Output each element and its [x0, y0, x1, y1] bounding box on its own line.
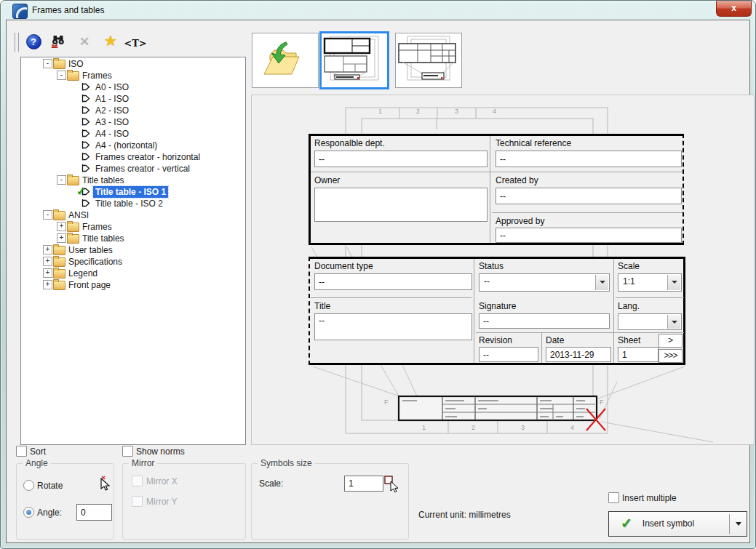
- binoculars-icon: [50, 33, 66, 49]
- delete-button[interactable]: ✕: [76, 33, 93, 50]
- tree-item-a4-iso[interactable]: A4 - ISO: [21, 127, 244, 139]
- find-button[interactable]: [49, 33, 67, 50]
- tree-item-iso[interactable]: - ISO: [21, 57, 244, 69]
- dropdown-arrow-icon[interactable]: [667, 315, 680, 329]
- dropdown-arrow-icon[interactable]: [736, 522, 741, 526]
- frame-symbol-icon: [81, 151, 91, 161]
- tree-item-a4-horizontal[interactable]: A4 - (horizontal): [21, 139, 244, 151]
- tree-item-a2-iso[interactable]: A2 - ISO: [21, 104, 244, 116]
- ruler-number: 4: [570, 424, 574, 431]
- tree-item-label[interactable]: Title tables: [80, 175, 127, 186]
- tree-item-title-tables[interactable]: - Title tables: [21, 174, 244, 185]
- angle-radio[interactable]: [23, 507, 34, 518]
- tree-item-ansi-title-tables[interactable]: + Title tables: [21, 232, 244, 244]
- mirror-y-checkbox[interactable]: [132, 496, 143, 507]
- status-combobox[interactable]: --: [479, 273, 610, 292]
- tree-item-label[interactable]: Frames creator - horizontal: [93, 151, 202, 163]
- tree-item-label[interactable]: A2 - ISO: [93, 105, 131, 116]
- tree-item-label[interactable]: Legend: [66, 268, 100, 279]
- text-style-button[interactable]: <T>: [127, 34, 144, 52]
- collapse-icon[interactable]: -: [57, 175, 66, 185]
- tree-item-frames-creator-vertical[interactable]: Frames creator - vertical: [21, 162, 244, 174]
- document-type-field[interactable]: [314, 273, 472, 290]
- mirror-x-checkbox[interactable]: [132, 476, 143, 486]
- sort-checkbox[interactable]: [16, 446, 27, 457]
- field-label: Status: [479, 261, 504, 271]
- tree-item-label[interactable]: User tables: [66, 244, 115, 256]
- rotate-radio[interactable]: [23, 480, 34, 491]
- collapse-icon[interactable]: -: [43, 210, 52, 220]
- tree-item-ansi[interactable]: - ANSI: [21, 209, 244, 220]
- show-norms-checkbox[interactable]: [122, 446, 133, 457]
- field-label: Approved by: [496, 216, 544, 226]
- expand-icon[interactable]: +: [43, 245, 52, 255]
- tree-item-label[interactable]: A3 - ISO: [93, 116, 131, 128]
- responsible-dept-field[interactable]: [314, 151, 488, 167]
- tree-item-title-table-iso2[interactable]: Title table - ISO 2: [21, 197, 244, 209]
- tree-item-label[interactable]: Title tables: [80, 233, 127, 244]
- tree-item-label[interactable]: ANSI: [66, 209, 91, 221]
- expand-icon[interactable]: +: [57, 233, 66, 243]
- sheet-field[interactable]: [618, 347, 658, 362]
- tree-item-title-table-iso1[interactable]: ✓ Title table - ISO 1: [21, 185, 244, 197]
- toolbar-grip[interactable]: [15, 33, 19, 52]
- tree-item-label[interactable]: Specifications: [66, 256, 124, 268]
- scale-combobox[interactable]: 1:1: [618, 273, 682, 292]
- symbols-scale-input[interactable]: [344, 476, 383, 492]
- tree-item-a1-iso[interactable]: A1 - ISO: [21, 92, 244, 104]
- signature-field[interactable]: [479, 313, 610, 329]
- thumbnail-open-file[interactable]: [252, 33, 319, 88]
- tree-item-label[interactable]: A4 - (horizontal): [93, 140, 159, 151]
- help-button[interactable]: ?: [25, 33, 42, 50]
- tree-item-legend[interactable]: + Legend: [21, 267, 244, 278]
- lang-combobox[interactable]: [618, 313, 682, 330]
- tree-item-label[interactable]: Front page: [66, 279, 113, 291]
- tree-item-label[interactable]: Frames: [80, 221, 114, 233]
- divider: [613, 259, 614, 363]
- owner-field[interactable]: [314, 188, 488, 222]
- angle-value-input[interactable]: [76, 504, 112, 521]
- tree-item-label[interactable]: ISO: [66, 58, 86, 70]
- insert-multiple-checkbox[interactable]: [608, 492, 619, 503]
- last-sheet-button[interactable]: >>>: [658, 349, 683, 363]
- expand-icon[interactable]: +: [57, 222, 66, 231]
- tree-item-label[interactable]: Frames: [80, 70, 114, 81]
- tree-item-frames[interactable]: - Frames: [21, 69, 244, 81]
- tree-item-label[interactable]: A4 - ISO: [93, 128, 131, 140]
- tree-item-label[interactable]: A1 - ISO: [93, 93, 131, 105]
- tree-item-a0-iso[interactable]: A0 - ISO: [21, 81, 244, 92]
- pick-scale-button[interactable]: [384, 476, 400, 493]
- technical-reference-field[interactable]: [496, 151, 682, 167]
- expand-icon[interactable]: +: [43, 268, 52, 278]
- revision-field[interactable]: [479, 347, 538, 362]
- expand-icon[interactable]: +: [43, 257, 52, 266]
- tree-item-frames-creator-horizontal[interactable]: Frames creator - horizontal: [21, 151, 244, 162]
- close-button[interactable]: x: [716, 1, 752, 17]
- expand-icon[interactable]: +: [43, 280, 52, 289]
- next-sheet-button[interactable]: >: [658, 334, 683, 348]
- insert-symbol-button[interactable]: ✓ Insert symbol: [608, 511, 747, 537]
- tree-item-specifications[interactable]: + Specifications: [21, 255, 244, 267]
- tree-item-label[interactable]: Title table - ISO 2: [93, 198, 165, 209]
- approved-by-field[interactable]: [496, 228, 682, 243]
- tree-item-label[interactable]: A0 - ISO: [93, 81, 131, 93]
- tree-item-front-page[interactable]: + Front page: [21, 278, 244, 290]
- favorites-button[interactable]: ★: [102, 32, 119, 49]
- date-field[interactable]: [546, 347, 611, 362]
- dropdown-arrow-icon[interactable]: [595, 275, 608, 290]
- created-by-field[interactable]: [496, 188, 682, 204]
- tree-item-label-selected[interactable]: Title table - ISO 1: [93, 186, 168, 198]
- category-tree[interactable]: - ISO - Frames A0 - ISO A1 - ISO A2 - IS…: [20, 57, 246, 445]
- collapse-icon[interactable]: -: [43, 59, 52, 68]
- titlebar[interactable]: Frames and tables x: [0, 0, 756, 20]
- collapse-icon[interactable]: -: [57, 71, 66, 80]
- thumbnail-title-table-iso1[interactable]: [319, 31, 389, 89]
- symbols-size-group: Symbols size Scale:: [251, 463, 409, 540]
- thumbnail-title-table-iso2[interactable]: [395, 33, 462, 88]
- tree-item-label[interactable]: Frames creator - vertical: [93, 163, 192, 175]
- tree-item-ansi-frames[interactable]: + Frames: [21, 220, 244, 232]
- tree-item-user-tables[interactable]: + User tables: [21, 244, 244, 255]
- title-field[interactable]: --: [314, 313, 472, 340]
- tree-item-a3-iso[interactable]: A3 - ISO: [21, 116, 244, 127]
- dropdown-arrow-icon[interactable]: [667, 275, 680, 290]
